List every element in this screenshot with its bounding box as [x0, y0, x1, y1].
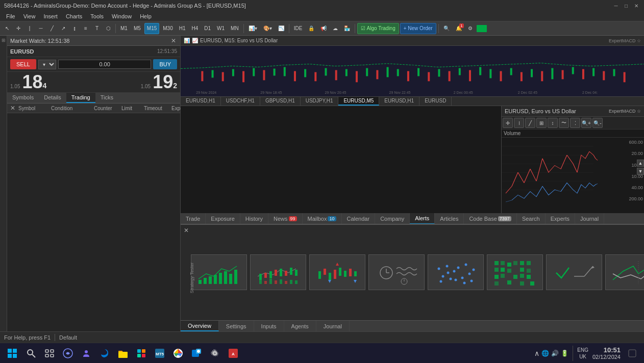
strategy-icon-3[interactable]	[309, 254, 365, 290]
chart-tab-gbpusdh1[interactable]: GBPUSD,H1	[260, 97, 301, 106]
bottom-tab-articles[interactable]: Articles	[435, 213, 464, 224]
search-taskbar[interactable]	[23, 346, 39, 361]
tf-m30[interactable]: M30	[160, 23, 175, 34]
color-scheme-btn[interactable]: 🎨▾	[261, 23, 275, 34]
locale-display[interactable]: ENG UK	[577, 347, 588, 360]
vertical-line-tool[interactable]: |	[24, 23, 35, 34]
maximize-btn[interactable]: □	[623, 2, 630, 9]
bottom-tab-mailbox[interactable]: Mailbox10	[303, 213, 342, 224]
chart-tab-eurusd[interactable]: EURUSD	[419, 97, 452, 106]
strategy-tab-journal[interactable]: Journal	[316, 321, 350, 331]
bottom-tab-company[interactable]: Company	[375, 213, 410, 224]
start-button[interactable]	[4, 345, 20, 361]
strategy-icon-1[interactable]	[191, 254, 247, 290]
settings-btn[interactable]: ⚙	[465, 23, 476, 34]
chart-tab-eurusdm5[interactable]: EURUSD,M5	[338, 97, 379, 106]
chrome-btn[interactable]	[170, 346, 186, 361]
market-btn[interactable]: 🏪	[341, 23, 353, 34]
taskbar-clock[interactable]: 10:51 02/12/2024	[592, 346, 621, 360]
shapes-tool[interactable]: ⬡	[103, 23, 113, 34]
cloud-btn[interactable]: ☁	[330, 23, 340, 34]
chart-tool-dots2[interactable]: ⁚	[570, 118, 580, 128]
notification-btn[interactable]: 🔔1	[453, 23, 464, 34]
market-watch-close[interactable]: ✕	[170, 37, 177, 44]
outlook-btn[interactable]	[189, 346, 204, 361]
tf-d1[interactable]: D1	[202, 23, 213, 34]
tab-ticks[interactable]: Ticks	[95, 93, 118, 103]
algo-trading-btn[interactable]: ☑ Algo Trading	[357, 23, 399, 34]
teams-btn[interactable]	[79, 346, 94, 361]
tf-m1[interactable]: M1	[118, 23, 130, 34]
tab-trading[interactable]: Trading	[66, 93, 95, 103]
price-chart[interactable]	[181, 106, 501, 213]
order-type-dropdown[interactable]: ▾	[38, 60, 56, 69]
explorer-btn[interactable]	[115, 346, 131, 361]
scroll-down[interactable]: ▼	[637, 168, 644, 175]
ray-tool[interactable]: ↗	[58, 23, 68, 34]
strategy-icon-2[interactable]	[250, 254, 306, 290]
tf-h4[interactable]: H4	[189, 23, 201, 34]
tray-battery[interactable]: 🔋	[561, 350, 568, 357]
scroll-up[interactable]: ▲	[637, 160, 644, 167]
search-btn[interactable]: 🔍	[441, 23, 452, 34]
text-tool[interactable]: T	[92, 23, 102, 34]
menu-window[interactable]: Window	[108, 11, 136, 21]
tab-symbols[interactable]: Symbols	[7, 93, 39, 103]
bottom-tab-news[interactable]: News99	[268, 213, 303, 224]
tf-w1[interactable]: W1	[214, 23, 227, 34]
chart-tool-dots[interactable]: ⁞	[514, 118, 524, 128]
strategy-tab-overview[interactable]: Overview	[181, 321, 219, 331]
tf-h1[interactable]: H1	[177, 23, 188, 34]
tf-m5[interactable]: M5	[131, 23, 143, 34]
channel-tool[interactable]: ≡	[81, 23, 91, 34]
price-input[interactable]	[58, 60, 151, 69]
sell-button[interactable]: SELL	[10, 59, 36, 69]
bottom-tab-journal[interactable]: Journal	[575, 213, 604, 224]
strategy-tab-settings[interactable]: Settings	[219, 321, 254, 331]
mt5-btn[interactable]: MT5	[152, 346, 167, 361]
taskview-btn[interactable]	[42, 346, 57, 361]
crosshair-tool[interactable]: ✛	[13, 23, 23, 34]
strategy-close[interactable]: ✕	[183, 227, 190, 234]
chart-zoom-out[interactable]: 🔍-	[592, 118, 603, 128]
settings-taskbar[interactable]	[207, 346, 222, 361]
new-order-btn[interactable]: + New Order	[400, 23, 436, 34]
table-close[interactable]: ✕	[9, 105, 16, 112]
menu-charts[interactable]: Charts	[62, 11, 86, 21]
chart-zoom-in[interactable]: 🔍+	[581, 118, 591, 128]
strategy-icon-7[interactable]	[546, 254, 602, 290]
store-btn[interactable]	[134, 346, 149, 361]
trend-line-tool[interactable]: ╱	[47, 23, 57, 34]
chart-tool-crosshair[interactable]: ✛	[503, 118, 513, 128]
menu-insert[interactable]: Insert	[39, 11, 62, 21]
admiral-btn[interactable]: A	[226, 346, 241, 361]
edge-btn[interactable]	[97, 346, 112, 361]
bottom-tab-trade[interactable]: Trade	[181, 213, 206, 224]
tray-volume[interactable]: 🔊	[551, 350, 559, 357]
strategy-tab-inputs[interactable]: Inputs	[254, 321, 284, 331]
menu-file[interactable]: File	[2, 11, 19, 21]
mini-chart-area[interactable]: 29 Nov 2024 29 Nov 18:45 29 Nov 20:45 29…	[181, 46, 644, 97]
strategy-icon-8[interactable]	[605, 254, 644, 290]
bottom-tab-codebase[interactable]: Code Base7397	[464, 213, 516, 224]
tray-up-arrow[interactable]: ∧	[534, 349, 539, 357]
tf-mn[interactable]: MN	[228, 23, 241, 34]
copilot-btn[interactable]	[60, 346, 76, 361]
bottom-tab-calendar[interactable]: Calendar	[342, 213, 376, 224]
chart-tool-grid[interactable]: ⊞	[536, 118, 547, 128]
tab-details[interactable]: Details	[39, 93, 66, 103]
tray-network[interactable]: 🌐	[541, 350, 549, 357]
chart-tab-eurusdh1-2[interactable]: EURUSD,H1	[379, 97, 419, 106]
buy-button[interactable]: BUY	[153, 59, 177, 69]
strategy-tab-agents[interactable]: Agents	[284, 321, 316, 331]
menu-help[interactable]: Help	[136, 11, 156, 21]
bottom-tab-search[interactable]: Search	[517, 213, 546, 224]
tf-m15[interactable]: M15	[144, 23, 159, 34]
strategy-icon-4[interactable]	[368, 254, 425, 290]
toolbox-toggle[interactable]: ⊞	[1, 37, 7, 43]
chart-tab-eurusdh1-1[interactable]: EURUSD,H1	[181, 97, 221, 106]
fib-tool[interactable]: ⫿	[69, 23, 80, 34]
audio-btn[interactable]: 📢	[318, 23, 329, 34]
strategy-icon-5[interactable]	[428, 254, 484, 290]
lock-btn[interactable]: 🔒	[306, 23, 317, 34]
